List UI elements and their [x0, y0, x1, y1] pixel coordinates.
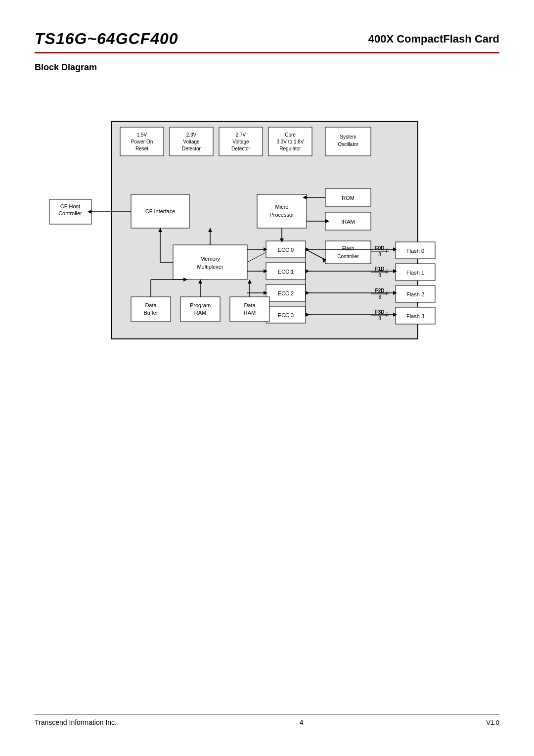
svg-text:2.7V: 2.7V: [236, 132, 246, 138]
footer-divider: [35, 714, 499, 714]
page-footer: Transcend Information Inc. 4 V1.0: [35, 718, 499, 726]
page-header: TS16G~64GCF400 400X CompactFlash Card: [35, 30, 499, 48]
block-diagram: CF Host Controller 1.5V Power On Reset 2…: [35, 92, 499, 351]
svg-text:Program: Program: [190, 302, 211, 308]
product-title-left: TS16G~64GCF400: [35, 30, 178, 48]
footer-page-number: 4: [117, 718, 486, 726]
svg-text:Regulator: Regulator: [279, 146, 301, 151]
section-title: Block Diagram: [35, 62, 499, 73]
svg-text:Processor: Processor: [269, 212, 294, 218]
svg-text:Core: Core: [285, 132, 296, 138]
svg-rect-63: [131, 297, 171, 322]
svg-text:8: 8: [378, 252, 381, 257]
svg-text:RAM: RAM: [244, 310, 256, 316]
svg-rect-28: [257, 194, 307, 228]
svg-text:Voltage: Voltage: [183, 139, 200, 144]
svg-text:Multiplexer: Multiplexer: [197, 264, 223, 270]
svg-text:Data: Data: [244, 302, 256, 308]
svg-text:Detector: Detector: [182, 146, 201, 151]
svg-text:CF Host: CF Host: [60, 203, 80, 209]
svg-text:Power On: Power On: [131, 139, 153, 144]
svg-text:Flash 1: Flash 1: [406, 270, 424, 276]
svg-text:Flash 3: Flash 3: [406, 313, 424, 319]
svg-text:Controller: Controller: [58, 210, 82, 216]
svg-text:F0D: F0D: [375, 245, 385, 251]
footer-company: Transcend Information Inc.: [35, 718, 117, 726]
svg-text:RAM: RAM: [194, 310, 206, 316]
svg-text:ROM: ROM: [342, 195, 355, 201]
svg-text:Flash 0: Flash 0: [406, 248, 424, 254]
svg-text:Buffer: Buffer: [143, 310, 158, 316]
svg-text:8: 8: [378, 273, 381, 278]
svg-text:Controller: Controller: [337, 254, 359, 259]
svg-text:System: System: [340, 134, 356, 140]
svg-text:Reset: Reset: [135, 146, 148, 151]
svg-text:Flash 2: Flash 2: [406, 291, 424, 297]
svg-text:2.3V: 2.3V: [186, 132, 197, 138]
svg-text:3.3V to 1.8V: 3.3V to 1.8V: [276, 139, 304, 144]
svg-text:Memory: Memory: [200, 256, 220, 262]
svg-rect-66: [180, 297, 220, 322]
svg-text:ECC 2: ECC 2: [278, 290, 294, 296]
svg-text:Data: Data: [145, 302, 157, 308]
svg-text:8: 8: [378, 316, 381, 321]
header-divider: [35, 52, 499, 53]
svg-text:F3D: F3D: [375, 309, 385, 315]
svg-text:Oscillator: Oscillator: [338, 142, 358, 147]
svg-text:1.5V: 1.5V: [137, 132, 147, 138]
svg-text:ECC 0: ECC 0: [278, 247, 294, 253]
svg-rect-39: [325, 241, 371, 264]
svg-text:Flash: Flash: [342, 246, 354, 251]
footer-version: V1.0: [486, 719, 499, 726]
svg-rect-42: [173, 245, 247, 280]
svg-text:ECC 1: ECC 1: [278, 269, 294, 275]
svg-text:IRAM: IRAM: [341, 219, 355, 225]
svg-text:CF Interface: CF Interface: [145, 208, 176, 214]
svg-text:Micro: Micro: [275, 204, 289, 210]
svg-text:8: 8: [378, 294, 381, 300]
svg-text:Detector: Detector: [231, 146, 250, 151]
svg-text:ECC 3: ECC 3: [278, 312, 294, 318]
svg-rect-69: [230, 297, 269, 322]
svg-text:Voltage: Voltage: [232, 139, 249, 144]
product-title-right: 400X CompactFlash Card: [368, 33, 499, 46]
